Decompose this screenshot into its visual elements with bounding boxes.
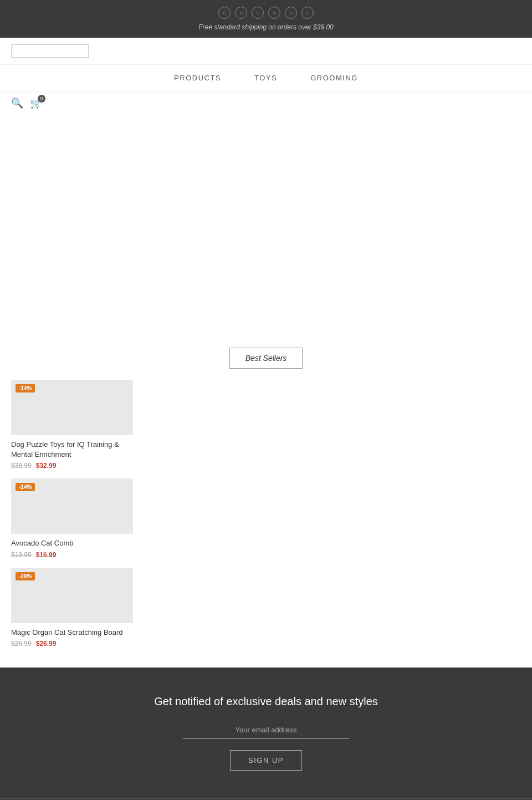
- discount-badge-1: -14%: [16, 384, 35, 393]
- newsletter-title: Get notified of exclusive deals and new …: [11, 695, 521, 708]
- nav-products[interactable]: PRODUCTS: [174, 74, 221, 82]
- main-nav: PRODUCTS TOYS GROOMING: [0, 65, 532, 91]
- original-price-2: $19.99: [11, 551, 32, 559]
- product-prices-2: $19.99 $16.99: [11, 551, 133, 559]
- social-icon-6[interactable]: ○: [301, 7, 314, 19]
- original-price-3: $26.99: [11, 640, 32, 648]
- cart-count-badge: 0: [38, 95, 45, 103]
- social-icon-4[interactable]: ○: [268, 7, 280, 19]
- product-prices-1: $38.99 $32.99: [11, 462, 133, 470]
- social-icon-1[interactable]: ○: [218, 7, 231, 19]
- nav-grooming[interactable]: GROOMING: [310, 74, 358, 82]
- header: [0, 38, 532, 65]
- social-icon-2[interactable]: ○: [235, 7, 247, 19]
- signup-button[interactable]: SIGN UP: [230, 750, 302, 771]
- search-icon: 🔍: [11, 98, 23, 109]
- nav-toys[interactable]: TOYS: [254, 74, 277, 82]
- utility-icon-row: 🔍 🛒 0: [0, 91, 532, 115]
- shipping-notice: Free standard shipping on orders over $3…: [0, 23, 532, 31]
- newsletter-section: Get notified of exclusive deals and new …: [0, 667, 532, 798]
- search-button[interactable]: 🔍: [11, 97, 23, 109]
- best-sellers-header: Best Sellers: [11, 348, 521, 369]
- discount-badge-2: -14%: [16, 483, 35, 491]
- social-icons-row: ○ ○ ○ ○ ○ ○: [0, 7, 532, 19]
- product-name-3: Magic Organ Cat Scratching Board: [11, 628, 133, 638]
- product-image-2: -14%: [11, 478, 133, 534]
- best-sellers-button[interactable]: Best Sellers: [229, 348, 303, 369]
- email-input[interactable]: [183, 721, 349, 739]
- product-card-3[interactable]: -29% Magic Organ Cat Scratching Board $2…: [11, 568, 133, 648]
- cart-button[interactable]: 🛒 0: [30, 97, 42, 109]
- search-input[interactable]: [11, 44, 89, 58]
- social-icon-5[interactable]: ○: [285, 7, 297, 19]
- product-image-1: -14%: [11, 380, 133, 435]
- product-name-1: Dog Puzzle Toys for IQ Training & Mental…: [11, 440, 133, 460]
- sale-price-3: $26.99: [36, 640, 57, 648]
- sale-price-2: $16.99: [36, 551, 57, 559]
- original-price-1: $38.99: [11, 462, 32, 470]
- product-prices-3: $26.99 $26.99: [11, 640, 133, 648]
- hero-section: [0, 115, 532, 337]
- product-image-3: -29%: [11, 568, 133, 623]
- sale-price-1: $32.99: [36, 462, 57, 470]
- social-icon-3[interactable]: ○: [252, 7, 264, 19]
- product-card-2[interactable]: -14% Avocado Cat Comb $19.99 $16.99: [11, 478, 133, 558]
- product-name-2: Avocado Cat Comb: [11, 538, 133, 548]
- discount-badge-3: -29%: [16, 572, 35, 580]
- top-bar: ○ ○ ○ ○ ○ ○ Free standard shipping on or…: [0, 0, 532, 38]
- best-sellers-section: Best Sellers -14% Dog Puzzle Toys for IQ…: [0, 337, 532, 667]
- product-card-1[interactable]: -14% Dog Puzzle Toys for IQ Training & M…: [11, 380, 133, 470]
